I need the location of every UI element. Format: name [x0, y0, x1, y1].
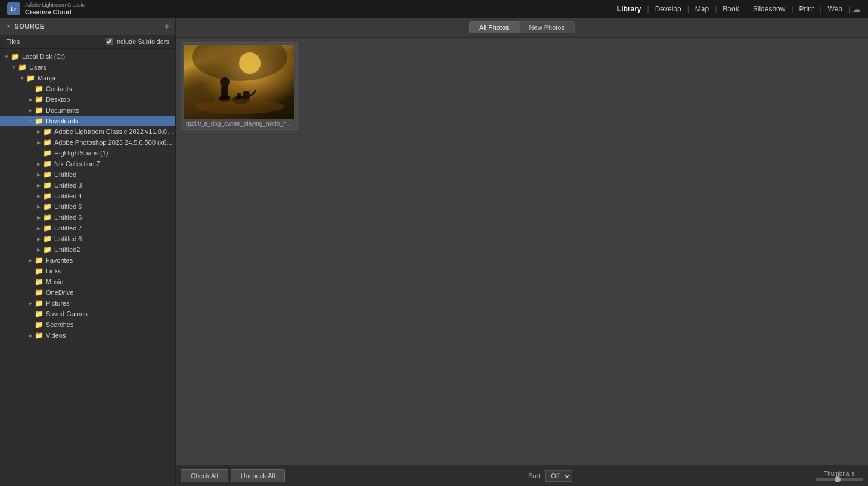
- untitled8-label: Untitled 8: [54, 235, 82, 242]
- include-subfolders[interactable]: Include Subfolders: [106, 38, 169, 45]
- tree-item-local-disk[interactable]: ▼ 📁 Local Disk (C:): [0, 51, 175, 62]
- adobe-lr-label: Adobe Lightroom Classic 2022 v11.0.0.1..…: [54, 128, 175, 135]
- sidebar-collapse-icon: ▼: [6, 24, 11, 29]
- marija-label: Marija: [38, 74, 55, 82]
- tree-item-untitled5[interactable]: ▶ 📁 Untitled 5: [0, 201, 175, 212]
- uncheck-all-button[interactable]: Uncheck All: [231, 469, 285, 482]
- tree-item-pictures[interactable]: ▶ 📁 Pictures: [0, 298, 175, 309]
- tree-item-untitled2[interactable]: ▶ 📁 Untitled2: [0, 244, 175, 255]
- local-disk-label: Local Disk (C:): [22, 53, 65, 60]
- sidebar-add-icon[interactable]: +: [165, 21, 169, 31]
- nav-library[interactable]: Library: [613, 5, 645, 13]
- tree-item-untitled3[interactable]: ▶ 📁 Untitled 3: [0, 180, 175, 191]
- toggle-videos[interactable]: ▶: [26, 331, 35, 339]
- folder-icon: 📁: [43, 160, 52, 168]
- toggle-adobe-lr[interactable]: ▶: [35, 127, 43, 136]
- untitled7-label: Untitled 7: [54, 225, 82, 232]
- nav-book[interactable]: Book: [719, 5, 742, 13]
- toggle-untitled[interactable]: ▶: [35, 170, 43, 179]
- nik-collection-label: Nik Collection 7: [54, 160, 100, 167]
- content-area: All Photos New Photos ✓: [176, 18, 868, 486]
- toggle-marija[interactable]: ▼: [18, 74, 26, 82]
- tree-item-untitled6[interactable]: ▶ 📁 Untitled 6: [0, 212, 175, 223]
- tree-item-highlight-spans[interactable]: ▶ 📁 HighlightSpans (1): [0, 148, 175, 158]
- app-logo: Lr: [7, 2, 20, 15]
- tree-item-music[interactable]: ▶ 📁 Music: [0, 276, 175, 287]
- toggle-untitled7[interactable]: ▶: [35, 224, 43, 232]
- contacts-label: Contacts: [46, 85, 72, 92]
- tree-item-untitled8[interactable]: ▶ 📁 Untitled 8: [0, 233, 175, 244]
- svg-point-4: [220, 77, 230, 87]
- toggle-users[interactable]: ▼: [10, 63, 18, 71]
- nav-map[interactable]: Map: [692, 5, 712, 13]
- toggle-untitled5[interactable]: ▶: [35, 202, 43, 211]
- photo-cell-0[interactable]: ✓: [181, 42, 298, 130]
- folder-icon: 📁: [35, 278, 44, 286]
- thumbnails-label: Thumbnails: [824, 471, 855, 477]
- toggle-local-disk[interactable]: ▼: [2, 52, 11, 61]
- toggle-pictures[interactable]: ▶: [26, 299, 35, 307]
- sort-select[interactable]: Off: [545, 470, 572, 482]
- check-all-button[interactable]: Check All: [181, 469, 228, 482]
- toggle-untitled6[interactable]: ▶: [35, 213, 43, 222]
- include-subfolders-checkbox[interactable]: [106, 38, 113, 45]
- toggle-adobe-ps[interactable]: ▶: [35, 138, 43, 147]
- toggle-desktop[interactable]: ▶: [26, 95, 35, 104]
- toggle-untitled2[interactable]: ▶: [35, 245, 43, 254]
- tree-item-saved-games[interactable]: ▶ 📁 Saved Games: [0, 309, 175, 319]
- svg-point-8: [195, 99, 284, 114]
- untitled6-label: Untitled 6: [54, 214, 82, 221]
- tree-item-onedrive[interactable]: ▶ 📁 OneDrive: [0, 287, 175, 298]
- pictures-label: Pictures: [46, 300, 70, 307]
- sort-area: Sort: Off: [528, 470, 572, 482]
- toggle-downloads[interactable]: ▼: [26, 117, 35, 125]
- tree-item-downloads[interactable]: ▼ 📁 Downloads: [0, 116, 175, 126]
- folder-icon: 📁: [43, 202, 52, 211]
- videos-label: Videos: [46, 332, 66, 339]
- links-label: Links: [46, 267, 61, 275]
- tab-all-photos[interactable]: All Photos: [469, 21, 519, 33]
- tree-item-links[interactable]: ▶ 📁 Links: [0, 266, 175, 276]
- toggle-documents[interactable]: ▶: [26, 106, 35, 114]
- photo-grid: ✓: [176, 38, 868, 465]
- app-name-bottom: Creative Cloud: [25, 8, 85, 15]
- toggle-untitled8[interactable]: ▶: [35, 235, 43, 243]
- tree-item-users[interactable]: ▼ 📁 Users: [0, 62, 175, 73]
- tree-item-untitled7[interactable]: ▶ 📁 Untitled 7: [0, 223, 175, 233]
- folder-icon: 📁: [35, 288, 44, 297]
- tree-item-adobe-lr[interactable]: ▶ 📁 Adobe Lightroom Classic 2022 v11.0.0…: [0, 126, 175, 137]
- tab-new-photos[interactable]: New Photos: [519, 21, 575, 33]
- tree-item-untitled[interactable]: ▶ 📁 Untitled: [0, 169, 175, 180]
- tree-item-favorites[interactable]: ▶ 📁 Favorites: [0, 255, 175, 266]
- tree-item-videos[interactable]: ▶ 📁 Videos: [0, 330, 175, 341]
- nav-slideshow[interactable]: Slideshow: [749, 5, 789, 13]
- tree-item-nik-collection[interactable]: ▶ 📁 Nik Collection 7: [0, 158, 175, 169]
- svg-point-1: [239, 52, 261, 74]
- nav-web[interactable]: Web: [824, 5, 845, 13]
- tree-item-marija[interactable]: ▼ 📁 Marija: [0, 73, 175, 83]
- photo-thumbnail-0: [184, 45, 294, 119]
- file-tree: ▼ 📁 Local Disk (C:) ▼ 📁 Users ▼ 📁 Marija: [0, 49, 175, 343]
- tree-item-untitled4[interactable]: ▶ 📁 Untitled 4: [0, 191, 175, 201]
- folder-icon: 📁: [35, 267, 44, 275]
- tree-item-adobe-ps[interactable]: ▶ 📁 Adobe Photoshop 2023 24.5.0.500 (x6.…: [0, 137, 175, 148]
- tree-item-documents[interactable]: ▶ 📁 Documents: [0, 105, 175, 116]
- folder-icon: 📁: [35, 299, 44, 307]
- photo-svg: [184, 45, 294, 119]
- adobe-ps-label: Adobe Photoshop 2023 24.5.0.500 (x6...: [54, 139, 172, 146]
- toggle-untitled4[interactable]: ▶: [35, 192, 43, 200]
- folder-icon: 📁: [26, 74, 35, 82]
- tree-item-searches[interactable]: ▶ 📁 Searches: [0, 319, 175, 330]
- toggle-untitled3[interactable]: ▶: [35, 181, 43, 189]
- nav-print[interactable]: Print: [796, 5, 818, 13]
- tree-item-contacts[interactable]: ▶ 📁 Contacts: [0, 83, 175, 94]
- bottom-buttons: Check All Uncheck All: [181, 469, 285, 482]
- highlight-spans-label: HighlightSpans (1): [54, 149, 108, 157]
- toggle-nik-collection[interactable]: ▶: [35, 160, 43, 168]
- untitled4-label: Untitled 4: [54, 192, 82, 200]
- tree-item-desktop[interactable]: ▶ 📁 Desktop: [0, 94, 175, 105]
- nav-develop[interactable]: Develop: [652, 5, 685, 13]
- sidebar-header[interactable]: ▼ Source +: [0, 18, 175, 35]
- toggle-favorites[interactable]: ▶: [26, 256, 35, 264]
- thumbnails-slider[interactable]: [816, 478, 863, 481]
